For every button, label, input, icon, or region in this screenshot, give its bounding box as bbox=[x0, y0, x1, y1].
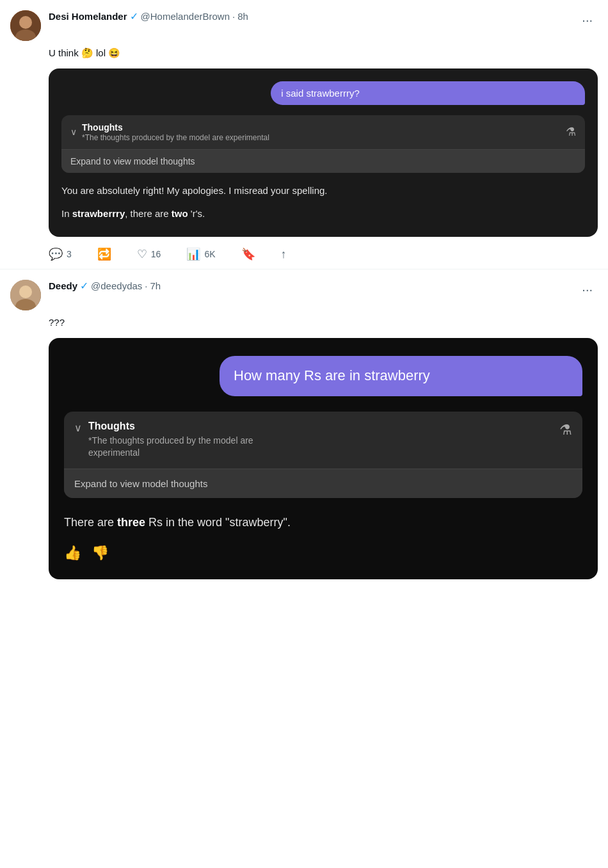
thumbs-up-icon[interactable]: 👍 bbox=[64, 545, 81, 561]
tweet-1-handle: @HomelanderBrown bbox=[141, 11, 230, 22]
tweet-2-text: ??? bbox=[10, 316, 598, 330]
tweet-2-time: 7h bbox=[150, 280, 161, 291]
tweet-2-thoughts-box: ∨ Thoughts *The thoughts produced by the… bbox=[64, 412, 582, 498]
tweet-1-like-count: 16 bbox=[151, 249, 161, 259]
reply-icon: 💬 bbox=[49, 247, 63, 261]
tweet-2-flask-icon: ⚗ bbox=[559, 422, 572, 438]
svg-point-4 bbox=[19, 285, 32, 298]
tweet-1-response-line2: In strawberrry, there are two 'r's. bbox=[61, 206, 585, 221]
tweet-1-user-line: Desi Homelander ✓ @HomelanderBrown · 8h bbox=[49, 10, 577, 22]
tweet-1-text: U think 🤔 lol 😆 bbox=[10, 46, 598, 61]
tweet-1-expand-thoughts-button[interactable]: Expand to view model thoughts bbox=[61, 149, 585, 173]
tweet-1-chevron-icon[interactable]: ∨ bbox=[70, 127, 77, 137]
tweet-1-meta: Desi Homelander ✓ @HomelanderBrown · 8h bbox=[49, 10, 577, 22]
tweet-1-views-count: 6K bbox=[204, 249, 215, 259]
tweet-2-verified-icon: ✓ bbox=[80, 280, 88, 292]
tweet-2-separator: · bbox=[145, 280, 147, 291]
tweet-1-thoughts-header: ∨ Thoughts *The thoughts produced by the… bbox=[61, 115, 585, 150]
tweet-1-chat-response: You are absolutely right! My apologies. … bbox=[61, 181, 585, 224]
tweet-2-response-three: three bbox=[117, 516, 145, 529]
tweet-2-user-line: Deedy ✓ @deedydas · 7h bbox=[49, 280, 577, 292]
tweet-1-retweet-button[interactable]: 🔁 bbox=[97, 247, 111, 261]
tweet-1-header: Desi Homelander ✓ @HomelanderBrown · 8h … bbox=[10, 10, 598, 41]
tweet-1-reply-button[interactable]: 💬 3 bbox=[49, 247, 72, 261]
tweet-1-thoughts-title-block: Thoughts *The thoughts produced by the m… bbox=[82, 122, 561, 143]
tweet-2-chat-response: There are three Rs in the word "strawber… bbox=[64, 511, 582, 540]
tweet-1-response-word: strawberrry bbox=[72, 208, 125, 219]
thumbs-down-icon[interactable]: 👎 bbox=[92, 545, 109, 561]
tweet-1-more-button[interactable]: ··· bbox=[577, 10, 598, 30]
tweet-1-thoughts-subtitle: *The thoughts produced by the model are … bbox=[82, 133, 561, 143]
retweet-icon: 🔁 bbox=[97, 247, 111, 261]
heart-icon: ♡ bbox=[137, 247, 147, 261]
tweet-2-more-button[interactable]: ··· bbox=[577, 280, 598, 300]
tweet-2: Deedy ✓ @deedydas · 7h ··· ??? How many … bbox=[0, 269, 608, 579]
tweet-2-thoughts-title-block: Thoughts *The thoughts produced by the m… bbox=[88, 421, 553, 460]
tweet-1-response-line1: You are absolutely right! My apologies. … bbox=[61, 183, 585, 198]
tweet-2-username: Deedy bbox=[49, 280, 77, 291]
tweet-1-like-button[interactable]: ♡ 16 bbox=[137, 247, 161, 261]
tweet-2-chevron-icon[interactable]: ∨ bbox=[74, 422, 82, 434]
tweet-2-avatar bbox=[10, 280, 41, 310]
tweet-2-user-bubble: How many Rs are in strawberry bbox=[220, 356, 582, 396]
tweet-2-chat-screenshot: How many Rs are in strawberry ∨ Thoughts… bbox=[49, 338, 598, 579]
svg-point-1 bbox=[19, 16, 32, 29]
tweet-2-handle: @deedydas bbox=[91, 280, 142, 291]
tweet-2-header: Deedy ✓ @deedydas · 7h ··· bbox=[10, 280, 598, 310]
tweet-1-views-button[interactable]: 📊 6K bbox=[186, 247, 215, 261]
tweet-2-thumbs-row: 👍 👎 bbox=[64, 545, 582, 561]
tweet-1-share-button[interactable]: ↑ bbox=[281, 248, 287, 261]
tweet-1-verified-icon: ✓ bbox=[130, 10, 138, 22]
tweet-1-thoughts-box: ∨ Thoughts *The thoughts produced by the… bbox=[61, 115, 585, 173]
views-icon: 📊 bbox=[186, 247, 200, 261]
tweet-1-flask-icon: ⚗ bbox=[566, 125, 576, 139]
bookmark-icon: 🔖 bbox=[241, 247, 255, 261]
tweet-2-thoughts-header: ∨ Thoughts *The thoughts produced by the… bbox=[64, 412, 582, 469]
tweet-1-avatar bbox=[10, 10, 41, 41]
tweet-1: Desi Homelander ✓ @HomelanderBrown · 8h … bbox=[0, 0, 608, 269]
tweet-1-reply-count: 3 bbox=[67, 249, 72, 259]
tweet-1-response-two: two bbox=[172, 208, 188, 219]
tweet-1-bookmark-button[interactable]: 🔖 bbox=[241, 247, 255, 261]
tweet-1-chat-screenshot: i said strawberrry? ∨ Thoughts *The thou… bbox=[49, 68, 598, 237]
tweet-1-actions: 💬 3 🔁 ♡ 16 📊 6K 🔖 ↑ bbox=[10, 245, 598, 269]
tweet-2-meta: Deedy ✓ @deedydas · 7h bbox=[49, 280, 577, 292]
tweet-1-user-bubble: i said strawberrry? bbox=[271, 81, 585, 105]
tweet-2-expand-thoughts-button[interactable]: Expand to view model thoughts bbox=[64, 469, 582, 498]
tweet-1-thoughts-title: Thoughts bbox=[82, 122, 561, 133]
tweet-2-response-prefix: There are bbox=[64, 516, 117, 529]
share-icon: ↑ bbox=[281, 248, 287, 261]
tweet-2-thoughts-subtitle: *The thoughts produced by the model are … bbox=[88, 435, 553, 460]
tweet-1-separator: · bbox=[232, 11, 235, 22]
tweet-2-thoughts-title: Thoughts bbox=[88, 421, 553, 432]
tweet-2-response-suffix: Rs in the word "strawberry". bbox=[145, 516, 291, 529]
tweet-1-username: Desi Homelander bbox=[49, 11, 127, 22]
tweet-1-time: 8h bbox=[237, 11, 248, 22]
